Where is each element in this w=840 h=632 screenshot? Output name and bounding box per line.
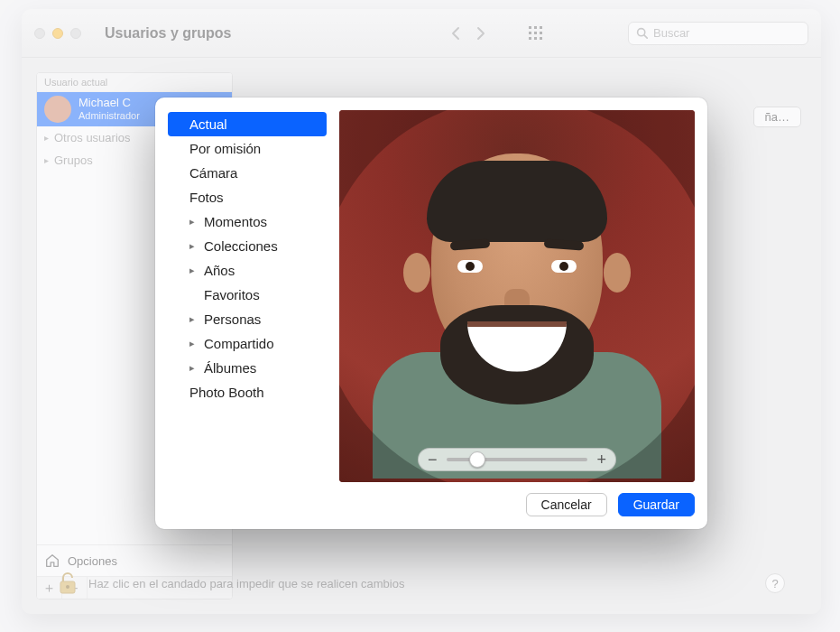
chevron-right-icon: ▸ [44, 155, 49, 165]
source-defaults-label: Por omisión [189, 141, 261, 156]
source-favorites[interactable]: Favoritos [168, 283, 327, 307]
svg-rect-6 [529, 37, 531, 40]
chevron-right-icon: ▸ [189, 313, 195, 325]
source-photos[interactable]: Fotos [168, 185, 327, 209]
user-picture-sheet: Actual Por omisión Cámara Fotos ▸ Moment… [155, 98, 707, 529]
window-titlebar: Usuarios y grupos Buscar [22, 9, 821, 58]
search-field[interactable]: Buscar [628, 22, 808, 45]
zoom-in-icon[interactable]: + [596, 451, 606, 468]
source-moments-label: Momentos [204, 214, 267, 229]
sidebar-groups-label: Grupos [54, 153, 93, 167]
zoom-out-icon[interactable]: − [428, 451, 438, 468]
source-collections-label: Colecciones [204, 238, 278, 254]
toolbar-nav [443, 22, 494, 45]
svg-line-10 [644, 35, 647, 38]
lock-message: Haz clic en el candado para impedir que … [88, 577, 404, 590]
svg-rect-0 [529, 26, 531, 29]
close-window-button[interactable] [34, 28, 45, 39]
source-current[interactable]: Actual [168, 112, 327, 136]
source-albums[interactable]: ▸ Álbumes [168, 356, 327, 380]
save-button[interactable]: Guardar [618, 493, 695, 516]
svg-point-12 [66, 585, 69, 589]
source-shared-label: Compartido [204, 336, 274, 351]
source-people-label: Personas [204, 311, 261, 327]
zoom-thumb[interactable] [469, 451, 485, 468]
svg-rect-5 [540, 32, 542, 34]
chevron-right-icon: ▸ [44, 133, 49, 143]
source-people[interactable]: ▸ Personas [168, 307, 327, 331]
svg-rect-1 [534, 26, 537, 29]
svg-rect-2 [540, 26, 542, 29]
login-options-label: Opciones [68, 554, 117, 568]
svg-rect-4 [534, 32, 537, 34]
source-albums-label: Álbumes [204, 360, 256, 376]
window-controls [34, 28, 90, 39]
sidebar-other-users-label: Otros usuarios [54, 131, 131, 144]
picture-source-list: Actual Por omisión Cámara Fotos ▸ Moment… [168, 110, 327, 482]
face-illustration [409, 153, 625, 424]
source-current-label: Actual [189, 116, 227, 132]
minimize-window-button[interactable] [52, 28, 63, 39]
source-photos-label: Fotos [189, 190, 224, 205]
source-defaults[interactable]: Por omisión [168, 136, 327, 161]
source-collections[interactable]: ▸ Colecciones [168, 234, 327, 258]
change-password-button[interactable]: ña… [753, 107, 801, 127]
svg-rect-3 [529, 32, 531, 34]
source-years-label: Años [204, 263, 235, 278]
lock-open-icon[interactable] [58, 571, 78, 596]
window-title: Usuarios y grupos [105, 25, 231, 42]
forward-button[interactable] [468, 22, 494, 45]
sidebar-section-current-user: Usuario actual [37, 73, 232, 92]
house-icon [44, 553, 60, 569]
avatar [44, 96, 71, 123]
picture-preview[interactable]: − + [339, 110, 695, 482]
source-photobooth-label: Photo Booth [189, 385, 264, 400]
source-photobooth[interactable]: Photo Booth [168, 380, 327, 404]
zoom-slider[interactable]: − + [418, 448, 616, 471]
chevron-right-icon: ▸ [189, 338, 195, 349]
sidebar-user-role: Administrador [78, 110, 140, 122]
show-all-prefs-button[interactable] [521, 22, 551, 45]
search-icon [636, 27, 648, 39]
source-moments[interactable]: ▸ Momentos [168, 209, 327, 234]
sheet-button-row: Cancelar Guardar [168, 482, 695, 516]
zoom-track[interactable] [447, 458, 588, 461]
source-shared[interactable]: ▸ Compartido [168, 331, 327, 356]
source-camera-label: Cámara [189, 165, 237, 181]
source-favorites-label: Favoritos [204, 287, 260, 302]
source-years[interactable]: ▸ Años [168, 258, 327, 283]
zoom-window-button[interactable] [70, 28, 81, 39]
chevron-right-icon: ▸ [189, 240, 195, 252]
svg-rect-7 [534, 37, 537, 40]
lock-row: Haz clic en el candado para impedir que … [58, 571, 785, 596]
chevron-right-icon: ▸ [189, 362, 195, 374]
chevron-right-icon: ▸ [189, 265, 195, 276]
back-button[interactable] [443, 22, 468, 45]
sidebar-user-name: Michael C [78, 97, 140, 110]
chevron-right-icon: ▸ [189, 216, 195, 228]
help-button[interactable]: ? [765, 573, 785, 593]
cancel-button[interactable]: Cancelar [526, 493, 607, 516]
source-camera[interactable]: Cámara [168, 161, 327, 185]
svg-rect-8 [540, 37, 542, 40]
search-placeholder: Buscar [653, 26, 689, 40]
sidebar-user-text: Michael C Administrador [78, 97, 140, 122]
